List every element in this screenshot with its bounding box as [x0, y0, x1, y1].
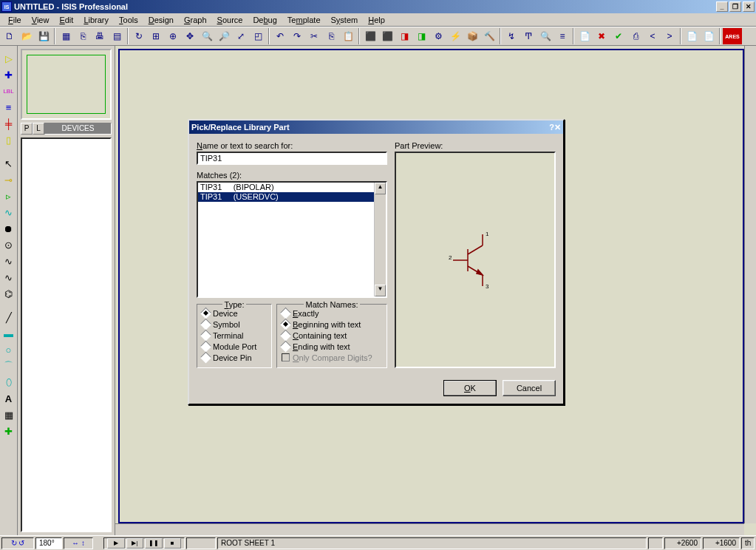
stop-button[interactable]: ■	[164, 538, 182, 549]
devices-list[interactable]	[21, 138, 112, 532]
step-button[interactable]: ▶|	[126, 538, 144, 549]
search-input[interactable]	[197, 152, 387, 165]
scroll-up-icon[interactable]: ▲	[375, 183, 386, 194]
list-item[interactable]: TIP31 (BIPOLAR)	[198, 183, 386, 192]
menu-source[interactable]: Source	[212, 15, 248, 25]
scroll-down-icon[interactable]: ▼	[375, 285, 386, 296]
toolbar-copy-icon[interactable]: ⎘	[323, 28, 339, 44]
tool-arrow-icon[interactable]: ↖	[1, 157, 16, 170]
menu-library[interactable]: Library	[78, 15, 114, 25]
tool-component-icon[interactable]: ▷	[1, 52, 16, 65]
angle-field[interactable]: 180°	[35, 537, 62, 549]
radio-containing[interactable]: Containing text	[282, 330, 382, 341]
radio-terminal[interactable]: Terminal	[202, 330, 267, 341]
tool-path-icon[interactable]: ⬯	[1, 376, 16, 389]
tool-symbol-icon[interactable]: ▦	[1, 408, 16, 421]
toolbar-zoom-fit-icon[interactable]: ⤢	[233, 28, 249, 44]
dialog-help-button[interactable]: ?	[549, 123, 554, 132]
tool-line-icon[interactable]: ╱	[1, 310, 16, 324]
menu-template[interactable]: Template	[282, 15, 326, 25]
toolbar-zoom-area-icon[interactable]: ◰	[250, 28, 266, 44]
rotate-controls[interactable]: ↻ ↺	[1, 537, 34, 549]
toolbar-block-move-icon[interactable]: ⬛	[379, 28, 395, 44]
tool-bus-icon[interactable]: ╪	[1, 117, 16, 130]
toolbar-report-icon[interactable]: <	[644, 28, 661, 44]
list-item[interactable]: TIP31 (USERDVC)	[198, 192, 386, 202]
canvas-hscroll[interactable]	[115, 523, 744, 535]
pause-button[interactable]: ❚❚	[145, 538, 163, 549]
tool-terminal-icon[interactable]: ⊸	[1, 173, 16, 186]
matches-list[interactable]: TIP31 (BIPOLAR) TIP31 (USERDVC) ▲ ▼	[197, 181, 387, 298]
toolbar-pan-icon[interactable]: ✥	[182, 28, 198, 44]
toolbar-print-icon[interactable]: 🖶	[92, 28, 108, 44]
l-button[interactable]: L	[33, 123, 44, 135]
tool-instrument-icon[interactable]: ⌬	[1, 287, 16, 300]
flip-controls[interactable]: ↔ ↕	[64, 537, 93, 549]
radio-device-pin[interactable]: Device Pin	[202, 352, 267, 363]
toolbar-grid-icon[interactable]: ⊞	[148, 28, 164, 44]
list-scrollbar[interactable]: ▲ ▼	[374, 183, 386, 296]
tool-circle-icon[interactable]: ○	[1, 343, 16, 356]
tool-graph-icon[interactable]: ∿	[1, 206, 16, 219]
toolbar-zoom-out-icon[interactable]: 🔎	[216, 28, 232, 44]
toolbar-zoom-in-icon[interactable]: 🔍	[199, 28, 215, 44]
maximize-button[interactable]: ❐	[729, 1, 741, 12]
toolbar-sheet1-icon[interactable]: 📄	[684, 28, 700, 44]
toolbar-pick-icon[interactable]: ⚙	[430, 28, 446, 44]
tool-junction-icon[interactable]: ✚	[1, 68, 16, 81]
toolbar-package-icon[interactable]: 📦	[464, 28, 480, 44]
cancel-button[interactable]: Cancel	[503, 380, 556, 396]
radio-ending[interactable]: Ending with text	[282, 341, 382, 352]
play-button[interactable]: ▶	[107, 538, 125, 549]
toolbar-compile-icon[interactable]: ✔	[610, 28, 627, 44]
menu-help[interactable]: Help	[363, 15, 390, 25]
toolbar-sheet2-icon[interactable]: 📄	[701, 28, 717, 44]
toolbar-property-icon[interactable]: ≡	[554, 28, 571, 44]
menu-tools[interactable]: Tools	[114, 15, 143, 25]
toolbar-refresh-icon[interactable]: ↻	[131, 28, 147, 44]
menu-design[interactable]: Design	[143, 15, 179, 25]
canvas-vscroll[interactable]	[744, 46, 756, 523]
tool-script-icon[interactable]: ≡	[1, 101, 16, 114]
tool-label-icon[interactable]: LBL	[1, 84, 16, 98]
close-button[interactable]: ✕	[743, 1, 755, 12]
tool-text-icon[interactable]: A	[1, 392, 16, 405]
toolbar-open-icon[interactable]: 📂	[18, 28, 35, 44]
toolbar-mail-icon[interactable]: ▤	[109, 28, 125, 44]
toolbar-block-copy-icon[interactable]: ⬛	[362, 28, 378, 44]
toolbar-bom-icon[interactable]: ⎙	[627, 28, 644, 44]
minimize-button[interactable]: _	[716, 1, 728, 12]
toolbar-redo-icon[interactable]: ↷	[289, 28, 305, 44]
toolbar-erc-icon[interactable]: 📄	[576, 28, 593, 44]
toolbar-make-icon[interactable]: ⚡	[447, 28, 463, 44]
menu-system[interactable]: System	[326, 15, 364, 25]
tool-pin-icon[interactable]: ▹	[1, 189, 16, 203]
radio-beginning[interactable]: Beginning with text	[282, 319, 382, 330]
menu-file[interactable]: File	[3, 15, 27, 25]
tool-current-probe-icon[interactable]: ∿	[1, 271, 16, 284]
tool-voltage-probe-icon[interactable]: ∿	[1, 254, 16, 268]
toolbar-search-icon[interactable]: 🔍	[537, 28, 554, 44]
tool-arc-icon[interactable]: ⌒	[1, 359, 16, 373]
overview-window[interactable]	[21, 49, 112, 120]
tool-subcircuit-icon[interactable]: ▯	[1, 133, 16, 146]
toolbar-import-icon[interactable]: ⎘	[75, 28, 91, 44]
menu-edit[interactable]: Edit	[54, 15, 78, 25]
toolbar-origin-icon[interactable]: ⊕	[165, 28, 181, 44]
toolbar-undo-icon[interactable]: ↶	[272, 28, 288, 44]
toolbar-save-icon[interactable]: 💾	[35, 28, 52, 44]
dialog-close-button[interactable]: ✕	[554, 123, 561, 132]
toolbar-wire-icon[interactable]: ↯	[503, 28, 520, 44]
tool-box-icon[interactable]: ▬	[1, 327, 16, 340]
toolbar-block-rotate-icon[interactable]: ◨	[396, 28, 412, 44]
menu-view[interactable]: View	[27, 15, 55, 25]
toolbar-text-icon[interactable]: Ͳ	[520, 28, 537, 44]
toolbar-cut-icon[interactable]: ✂	[306, 28, 322, 44]
radio-symbol[interactable]: Symbol	[202, 319, 267, 330]
p-button[interactable]: P	[21, 123, 33, 135]
menu-debug[interactable]: Debug	[248, 15, 282, 25]
menu-graph[interactable]: Graph	[179, 15, 212, 25]
radio-exactly[interactable]: Exactly	[282, 308, 382, 319]
toolbar-ares-icon[interactable]: >	[661, 28, 678, 44]
toolbar-print-area-icon[interactable]: ▦	[58, 28, 74, 44]
